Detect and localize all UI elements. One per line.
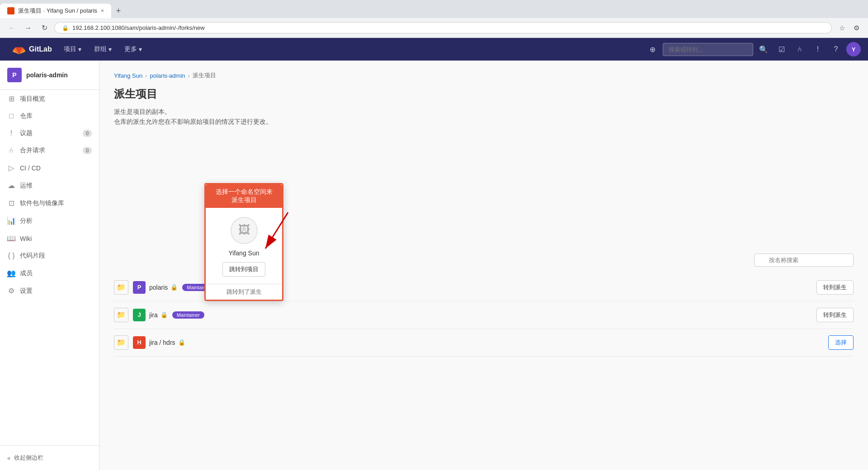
packages-icon: ⊡ (7, 199, 15, 207)
global-search-input[interactable] (663, 43, 753, 56)
sidebar-footer: « 收起侧边栏 (0, 445, 99, 470)
sidebar-project-header: P polaris-admin (0, 61, 99, 90)
sidebar-item-overview-label: 项目概览 (20, 95, 45, 103)
sidebar-item-wiki[interactable]: 📖 Wiki (0, 230, 99, 247)
merge-requests-badge: 0 (83, 147, 92, 154)
forward-button[interactable]: → (22, 22, 34, 34)
namespace-avatar-jira-hdrs: H (133, 336, 146, 349)
nav-item-more-chevron: ▾ (139, 46, 142, 53)
user-avatar[interactable]: Y (846, 42, 861, 56)
fork-button-polaris[interactable]: 转到派生 (816, 280, 854, 295)
fork-popup-user-avatar: 🖼 (231, 217, 258, 244)
sidebar-item-operations[interactable]: ☁ 运维 (0, 177, 99, 194)
select-button-jira-hdrs[interactable]: 选择 (828, 335, 854, 350)
sidebar-item-members[interactable]: 👥 成员 (0, 264, 99, 282)
help-button[interactable]: ? (828, 42, 844, 57)
sidebar-item-issues-label: 议题 (20, 129, 33, 137)
merge-requests-button[interactable]: ⑃ (792, 42, 807, 57)
tab-favicon (7, 7, 14, 14)
gitlab-logo-text: GitLab (29, 45, 52, 53)
sidebar-item-settings[interactable]: ⚙ 设置 (0, 282, 99, 300)
svg-text:🖼: 🖼 (238, 223, 250, 236)
namespace-row-jira: 📁 J jira 🔒 Maintainer 转到派生 (114, 301, 854, 329)
bookmark-button[interactable]: ☆ (835, 22, 848, 34)
gitlab-logo[interactable]: GitLab (7, 43, 57, 56)
app-layout: P polaris-admin ⊞ 项目概览 □ 仓库 ! 议题 0 ⑃ 合并请… (0, 61, 868, 470)
namespace-folder-icon-jira: 📁 (114, 308, 128, 322)
sidebar-item-repository[interactable]: □ 仓库 (0, 108, 99, 125)
goto-project-button[interactable]: 跳转到项目 (222, 262, 265, 277)
repository-icon: □ (7, 112, 15, 120)
sidebar-item-issues[interactable]: ! 议题 0 (0, 125, 99, 142)
namespace-lock-polaris: 🔒 (170, 284, 178, 291)
members-icon: 👥 (7, 269, 15, 277)
sidebar-item-wiki-label: Wiki (20, 235, 32, 242)
reload-button[interactable]: ↻ (38, 22, 51, 34)
sidebar-item-repository-label: 仓库 (20, 112, 33, 120)
fork-popup-header: 选择一个命名空间来派生项目 (206, 184, 282, 208)
back-button[interactable]: ← (5, 22, 18, 34)
fork-popup-user-section: 🖼 Yifang Sun 跳转到项目 (206, 208, 282, 284)
issues-button[interactable]: ! (810, 42, 826, 57)
tab-title: 派生项目 · Yifang Sun / polaris (18, 7, 97, 15)
sidebar: P polaris-admin ⊞ 项目概览 □ 仓库 ! 议题 0 ⑃ 合并请… (0, 61, 99, 470)
merge-requests-icon: ⑃ (7, 146, 15, 155)
nav-right-section: ⊕ 🔍 ☑ ⑃ ! ? Y (645, 42, 861, 57)
analytics-icon: 📊 (7, 216, 15, 225)
extension-button[interactable]: ⚙ (850, 22, 863, 34)
sidebar-item-merge-requests[interactable]: ⑃ 合并请求 0 (0, 142, 99, 159)
nav-item-projects[interactable]: 项目 ▾ (57, 38, 88, 61)
browser-toolbar: ← → ↻ 🔒 192.168.2.100:1080/sam/polaris-a… (0, 18, 868, 38)
tab-close-button[interactable]: × (101, 8, 104, 14)
sidebar-item-snippets-label: 代码片段 (20, 252, 45, 260)
sidebar-item-overview[interactable]: ⊞ 项目概览 (0, 90, 99, 108)
fork-popup-footer-text: 跳转到了派生 (226, 288, 262, 295)
new-item-button[interactable]: ⊕ (645, 42, 660, 57)
main-content: Yifang Sun › polaris-admin › 派生项目 派生项目 派… (99, 61, 868, 470)
breadcrumb-sep-2: › (188, 72, 190, 79)
sidebar-item-members-label: 成员 (20, 269, 33, 277)
breadcrumb: Yifang Sun › polaris-admin › 派生项目 (114, 71, 854, 80)
collapse-sidebar-button[interactable]: « 收起侧边栏 (7, 451, 92, 465)
sidebar-item-merge-requests-label: 合并请求 (20, 146, 45, 155)
namespace-name-jira-hdrs: jira / hdrs (149, 339, 175, 346)
breadcrumb-polaris-admin[interactable]: polaris-admin (150, 72, 185, 79)
issues-icon: ! (7, 129, 15, 137)
active-tab[interactable]: 派生项目 · Yifang Sun / polaris × (0, 4, 111, 18)
new-tab-button[interactable]: + (111, 4, 126, 18)
page-description: 派生是项目的副本。 仓库的派生允许您在不影响原始项目的情况下进行更改。 (114, 107, 854, 127)
wiki-icon: 📖 (7, 234, 15, 243)
namespace-avatar-polaris: P (133, 281, 146, 294)
browser-action-buttons: ☆ ⚙ (835, 22, 863, 34)
sidebar-item-packages-label: 软件包与镜像库 (20, 199, 64, 207)
nav-item-groups[interactable]: 群组 ▾ (88, 38, 118, 61)
nav-item-projects-label: 项目 (64, 45, 76, 53)
nav-item-projects-chevron: ▾ (78, 46, 81, 53)
breadcrumb-yifang-sun[interactable]: Yifang Sun (114, 72, 142, 79)
namespace-lock-jira: 🔒 (160, 311, 168, 318)
fork-popup: 选择一个命名空间来派生项目 🖼 Yifang Sun 跳转到项目 跳转到了派生 (204, 183, 283, 301)
search-button[interactable]: 🔍 (756, 42, 771, 57)
collapse-sidebar-icon: « (7, 455, 10, 461)
page-desc-line1: 派生是项目的副本。 (114, 107, 854, 117)
sidebar-item-cicd[interactable]: ▷ CI / CD (0, 159, 99, 177)
namespace-avatar-jira: J (133, 309, 146, 321)
namespace-lock-jira-hdrs: 🔒 (178, 339, 185, 346)
breadcrumb-sep-1: › (145, 72, 147, 79)
nav-item-groups-label: 群组 (94, 45, 107, 53)
sidebar-item-operations-label: 运维 (20, 182, 33, 190)
sidebar-item-analytics[interactable]: 📊 分析 (0, 212, 99, 230)
sidebar-item-packages[interactable]: ⊡ 软件包与镜像库 (0, 194, 99, 212)
address-bar[interactable]: 🔒 192.168.2.100:1080/sam/polaris-admin/-… (54, 22, 832, 33)
sidebar-item-analytics-label: 分析 (20, 217, 33, 225)
url-text: 192.168.2.100:1080/sam/polaris-admin/-/f… (72, 24, 205, 31)
sidebar-item-snippets[interactable]: { } 代码片段 (0, 247, 99, 264)
issues-badge: 0 (83, 130, 92, 137)
fork-button-jira[interactable]: 转到派生 (816, 308, 854, 322)
namespace-folder-icon-jira-hdrs: 📁 (114, 335, 128, 350)
todo-button[interactable]: ☑ (774, 42, 789, 57)
fork-popup-footer: 跳转到了派生 (206, 284, 282, 300)
nav-item-more[interactable]: 更多 ▾ (118, 38, 148, 61)
namespace-folder-icon-polaris: 📁 (114, 280, 128, 295)
namespace-search-input[interactable] (754, 254, 854, 267)
